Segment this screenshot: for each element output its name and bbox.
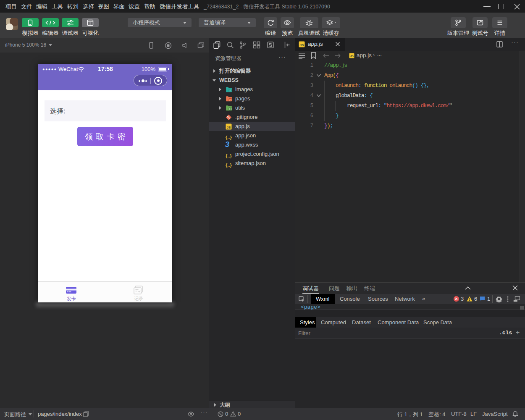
svg-text:JS: JS [350, 55, 354, 58]
svg-text:JS: JS [227, 126, 231, 129]
svg-text:JS: JS [300, 43, 304, 47]
